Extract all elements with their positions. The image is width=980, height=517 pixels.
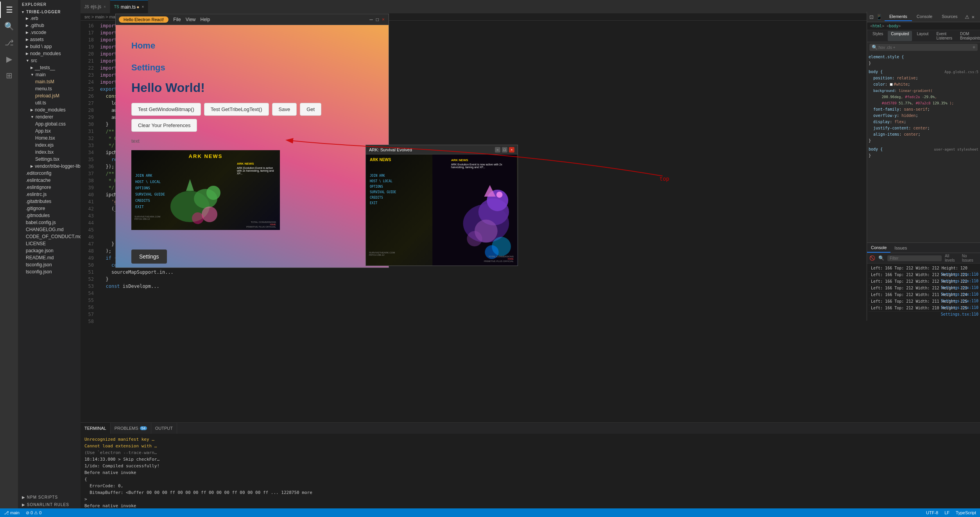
sidebar-item-editorcfg[interactable]: .editorconfig bbox=[18, 170, 81, 177]
btn-test-window-bitmap[interactable]: Test GetWindowBitmap() bbox=[131, 103, 201, 116]
sidebar-item-package-json[interactable]: package.json bbox=[18, 247, 81, 254]
sidebar-item-menu-ts[interactable]: menu.ts bbox=[18, 85, 81, 92]
sidebar-item-erb[interactable]: ▶.erb bbox=[18, 15, 81, 22]
electron-menu-help[interactable]: Help bbox=[200, 17, 210, 22]
ark-window-maximize-btn[interactable]: □ bbox=[502, 147, 507, 153]
sidebar-item-gitattributes[interactable]: .gitattributes bbox=[18, 198, 81, 205]
terminal-line: > bbox=[84, 496, 976, 503]
sidebar-item-gitmodules[interactable]: .gitmodules bbox=[18, 212, 81, 219]
sidebar-item-github[interactable]: ▶.github bbox=[18, 22, 81, 29]
devtools-subtab-computed[interactable]: Computed bbox=[888, 31, 912, 41]
sidebar-item-util-ts[interactable]: util.ts bbox=[18, 99, 81, 106]
sidebar-item-node-modules[interactable]: ▶node_modules bbox=[18, 50, 81, 57]
devtools-subtab-event-listeners[interactable]: Event Listeners bbox=[933, 31, 955, 41]
close-tab-ejs[interactable]: × bbox=[104, 5, 106, 9]
app-settings-bottom-btn[interactable]: Settings bbox=[131, 250, 167, 264]
css-prop-color: color: #white; bbox=[873, 81, 978, 88]
devtools-subtab-layout[interactable]: Layout bbox=[914, 31, 932, 41]
devtools-tab-console[interactable]: Console bbox=[912, 13, 937, 21]
sidebar-item-home-tsx[interactable]: Home.tsx bbox=[18, 135, 81, 142]
sidebar-item-license[interactable]: LICENSE bbox=[18, 240, 81, 247]
npm-scripts-header[interactable]: ▶ NPM SCRIPTS bbox=[18, 494, 81, 501]
terminal-tab-output[interactable]: OUTPUT bbox=[151, 423, 177, 434]
console-clear-icon[interactable]: 🚫 bbox=[869, 255, 875, 261]
devtools-subtab-styles[interactable]: Styles bbox=[869, 31, 886, 41]
sidebar-item-tsconfig[interactable]: tsconfig.json bbox=[18, 261, 81, 268]
activity-icon-search[interactable]: 🔍 bbox=[0, 18, 18, 34]
sidebar-item-src[interactable]: ▼src bbox=[18, 57, 81, 64]
devtools-panel: ⊡ 📱 Elements Console Sources ⚠ × <html> … bbox=[867, 12, 980, 321]
app-nav-settings[interactable]: Settings bbox=[131, 63, 165, 73]
ark-in-app-news: ARK NEWS ARK Evolution Event is active w… bbox=[237, 162, 276, 175]
sidebar-item-eslintcache[interactable]: .eslintcache bbox=[18, 177, 81, 184]
sidebar-item-changelog[interactable]: CHANGELOG.md bbox=[18, 226, 81, 233]
devtools-subtab-dom-breakpoints[interactable]: DOM Breakpoints bbox=[957, 31, 980, 41]
console-tab-issues[interactable]: Issues bbox=[890, 243, 911, 253]
sidebar-item-node-modules2[interactable]: ▶node_modules bbox=[18, 106, 81, 113]
sidebar-item-main-ts[interactable]: main.ts M bbox=[18, 78, 81, 85]
electron-close-btn[interactable]: × bbox=[382, 17, 385, 22]
sidebar-item-appglobal-css[interactable]: App.global.css bbox=[18, 120, 81, 127]
devtools-tab-sources[interactable]: Sources bbox=[937, 13, 962, 21]
electron-maximize-btn[interactable]: □ bbox=[376, 17, 379, 22]
sidebar-item-app-tsx[interactable]: App.tsx bbox=[18, 127, 81, 135]
activity-icon-git[interactable]: ⎇ bbox=[0, 34, 18, 51]
sidebar-item-code-of-conduct[interactable]: CODE_OF_CONDUCT.md bbox=[18, 233, 81, 240]
btn-clear-preferences[interactable]: Clear Your Preferences bbox=[131, 119, 197, 132]
activity-icon-extensions[interactable]: ⊞ bbox=[0, 67, 18, 84]
ark-w-menu: JOIN ARK HOST \ LOCAL OPTIONS SURVIVAL G… bbox=[370, 174, 396, 205]
sidebar-item-preload-js[interactable]: preload.js M bbox=[18, 92, 81, 99]
sidebar-item-tests[interactable]: ▶__tests__ bbox=[18, 64, 81, 71]
sidebar-item-index-tsx[interactable]: index.tsx bbox=[18, 149, 81, 156]
sidebar-item-settings-tsx[interactable]: Settings.tsx bbox=[18, 156, 81, 163]
devtools-tab-elements[interactable]: Elements bbox=[885, 13, 912, 21]
btn-save[interactable]: Save bbox=[272, 103, 297, 116]
activity-icon-explorer[interactable]: ☰ bbox=[0, 2, 18, 18]
activity-icon-debug[interactable]: ▶ bbox=[0, 51, 18, 67]
electron-menu-view[interactable]: View bbox=[186, 17, 196, 22]
sidebar-item-yarn-lock[interactable]: tsconfig.json bbox=[18, 268, 81, 275]
console-level-select[interactable]: All levels bbox=[945, 254, 959, 262]
editor-tabs: JS ejs.js × TS main.ts ● × bbox=[81, 0, 980, 13]
editor-tab-ejs[interactable]: JS ejs.js × bbox=[81, 0, 110, 13]
console-tab-console[interactable]: Console bbox=[867, 243, 890, 253]
ark-window-close-btn[interactable]: × bbox=[509, 147, 514, 153]
sidebar-item-vscode[interactable]: ▶.vscode bbox=[18, 29, 81, 36]
ark-w-credits: CREDITS bbox=[370, 196, 396, 199]
devtools-inspect-icon[interactable]: ⊡ bbox=[869, 14, 874, 20]
sidebar-item-gitignore[interactable]: .gitignore bbox=[18, 205, 81, 212]
sidebar-item-renderer[interactable]: ▼renderer bbox=[18, 113, 81, 120]
electron-menu-file[interactable]: File bbox=[173, 17, 181, 22]
sidebar-item-readme[interactable]: README.md bbox=[18, 254, 81, 261]
css-close2: } bbox=[869, 138, 978, 144]
console-filter-input[interactable] bbox=[887, 255, 942, 261]
electron-app-window: Hello Electron React! File View Help ─ □… bbox=[115, 14, 389, 268]
sidebar-item-eslintignore[interactable]: .eslintignore bbox=[18, 184, 81, 191]
terminal-tab-terminal[interactable]: TERMINAL bbox=[81, 423, 111, 434]
sidebar-item-main[interactable]: ▼main bbox=[18, 71, 81, 78]
sidebar-item-babelcfg[interactable]: babel.config.js bbox=[18, 219, 81, 226]
ark-window-minimize-btn[interactable]: − bbox=[495, 147, 500, 153]
svg-point-11 bbox=[467, 231, 482, 246]
sidebar-item-vendor[interactable]: ▶vendor/tribe-logger-lib bbox=[18, 163, 81, 170]
terminal-tab-problems[interactable]: PROBLEMS 54 bbox=[111, 423, 151, 434]
sonarlint-rules-header[interactable]: ▶ SONARLINT RULES bbox=[18, 501, 81, 508]
status-git-branch[interactable]: ⎇ main bbox=[4, 510, 20, 515]
sidebar-item-assets[interactable]: ▶assets bbox=[18, 36, 81, 43]
electron-minimize-btn[interactable]: ─ bbox=[369, 17, 373, 22]
sidebar-item-index-ejs[interactable]: index.ejs bbox=[18, 142, 81, 149]
css-prop-align: align-items: center; bbox=[873, 131, 978, 138]
devtools-close-icon[interactable]: × bbox=[972, 14, 975, 20]
editor-tab-main[interactable]: TS main.ts ● × bbox=[110, 0, 149, 13]
btn-get[interactable]: Get bbox=[300, 103, 321, 116]
devtools-filter-input[interactable] bbox=[878, 45, 973, 50]
sidebar-item-eslintrc[interactable]: .eslintrc.js bbox=[18, 191, 81, 198]
app-nav-home[interactable]: Home bbox=[131, 41, 165, 51]
btn-test-tribe-log[interactable]: Test GetTribeLogText() bbox=[204, 103, 269, 116]
css-user-agent: body { user-agent stylesheet bbox=[869, 146, 978, 153]
css-prop-fontfamily: font-family: sans-serif; bbox=[873, 106, 978, 113]
sidebar-section-tribe-logger[interactable]: ▼ TRIBE-LOGGER bbox=[18, 9, 81, 15]
close-tab-main[interactable]: × bbox=[142, 5, 144, 9]
sidebar-item-build-app[interactable]: ▶build \ app bbox=[18, 43, 81, 50]
devtools-device-icon[interactable]: 📱 bbox=[876, 14, 882, 20]
